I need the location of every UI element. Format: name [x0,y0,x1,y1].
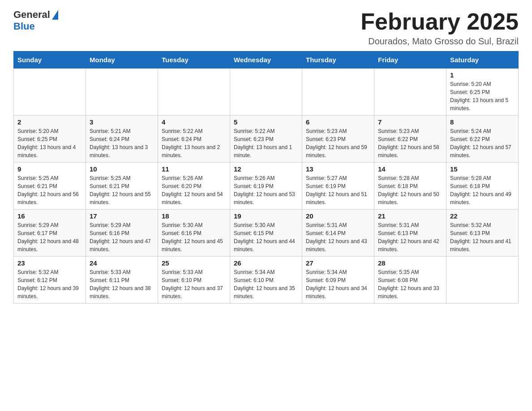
calendar-cell: 20Sunrise: 5:31 AMSunset: 6:14 PMDayligh… [302,210,374,257]
calendar-cell: 6Sunrise: 5:23 AMSunset: 6:23 PMDaylight… [302,116,374,163]
day-info: Sunrise: 5:34 AMSunset: 6:09 PMDaylight:… [306,268,370,300]
calendar-cell: 23Sunrise: 5:32 AMSunset: 6:12 PMDayligh… [14,257,86,304]
day-number: 26 [234,259,298,267]
calendar-cell: 16Sunrise: 5:29 AMSunset: 6:17 PMDayligh… [14,210,86,257]
day-info: Sunrise: 5:21 AMSunset: 6:24 PMDaylight:… [90,127,154,159]
day-info: Sunrise: 5:29 AMSunset: 6:16 PMDaylight:… [90,221,154,253]
day-info: Sunrise: 5:26 AMSunset: 6:20 PMDaylight:… [162,174,226,206]
calendar-header-row: SundayMondayTuesdayWednesdayThursdayFrid… [14,51,519,68]
calendar-week-row: 9Sunrise: 5:25 AMSunset: 6:21 PMDaylight… [14,163,519,210]
calendar-week-row: 23Sunrise: 5:32 AMSunset: 6:12 PMDayligh… [14,257,519,304]
day-number: 22 [450,212,515,220]
day-info: Sunrise: 5:22 AMSunset: 6:23 PMDaylight:… [234,127,298,159]
day-info: Sunrise: 5:23 AMSunset: 6:22 PMDaylight:… [378,127,442,159]
day-number: 23 [17,259,82,267]
subtitle: Dourados, Mato Grosso do Sul, Brazil [360,36,519,47]
day-info: Sunrise: 5:26 AMSunset: 6:19 PMDaylight:… [234,174,298,206]
day-number: 27 [306,259,370,267]
day-info: Sunrise: 5:32 AMSunset: 6:13 PMDaylight:… [450,221,515,253]
day-number: 5 [234,118,298,126]
day-info: Sunrise: 5:31 AMSunset: 6:14 PMDaylight:… [306,221,370,253]
calendar-cell: 13Sunrise: 5:27 AMSunset: 6:19 PMDayligh… [302,163,374,210]
day-info: Sunrise: 5:20 AMSunset: 6:25 PMDaylight:… [450,80,515,112]
calendar-cell: 17Sunrise: 5:29 AMSunset: 6:16 PMDayligh… [86,210,158,257]
calendar-cell [374,68,446,116]
page-header: General Blue February 2025 Dourados, Mat… [13,9,519,47]
day-number: 19 [234,212,298,220]
day-info: Sunrise: 5:27 AMSunset: 6:19 PMDaylight:… [306,174,370,206]
calendar-week-row: 1Sunrise: 5:20 AMSunset: 6:25 PMDaylight… [14,68,519,116]
calendar-cell: 27Sunrise: 5:34 AMSunset: 6:09 PMDayligh… [302,257,374,304]
day-number: 4 [162,118,226,126]
main-title: February 2025 [360,9,519,34]
day-number: 14 [378,165,442,173]
day-info: Sunrise: 5:24 AMSunset: 6:22 PMDaylight:… [450,127,515,159]
calendar-cell: 1Sunrise: 5:20 AMSunset: 6:25 PMDaylight… [446,68,519,116]
day-number: 17 [90,212,154,220]
day-info: Sunrise: 5:22 AMSunset: 6:24 PMDaylight:… [162,127,226,159]
day-number: 25 [162,259,226,267]
day-number: 18 [162,212,226,220]
title-area: February 2025 Dourados, Mato Grosso do S… [360,9,519,47]
calendar-cell [14,68,86,116]
day-number: 1 [450,71,515,79]
day-info: Sunrise: 5:31 AMSunset: 6:13 PMDaylight:… [378,221,442,253]
calendar-cell: 24Sunrise: 5:33 AMSunset: 6:11 PMDayligh… [86,257,158,304]
day-info: Sunrise: 5:28 AMSunset: 6:18 PMDaylight:… [450,174,515,206]
day-info: Sunrise: 5:35 AMSunset: 6:08 PMDaylight:… [378,268,442,300]
day-number: 11 [162,165,226,173]
calendar-table: SundayMondayTuesdayWednesdayThursdayFrid… [13,51,519,304]
day-of-week-header: Monday [86,51,158,68]
day-number: 13 [306,165,370,173]
day-info: Sunrise: 5:32 AMSunset: 6:12 PMDaylight:… [17,268,82,300]
calendar-week-row: 16Sunrise: 5:29 AMSunset: 6:17 PMDayligh… [14,210,519,257]
day-info: Sunrise: 5:29 AMSunset: 6:17 PMDaylight:… [17,221,82,253]
calendar-cell: 25Sunrise: 5:33 AMSunset: 6:10 PMDayligh… [158,257,230,304]
day-number: 12 [234,165,298,173]
calendar-cell: 22Sunrise: 5:32 AMSunset: 6:13 PMDayligh… [446,210,519,257]
logo-triangle-icon [52,10,58,20]
calendar-cell [158,68,230,116]
calendar-cell: 2Sunrise: 5:20 AMSunset: 6:25 PMDaylight… [14,116,86,163]
day-number: 8 [450,118,515,126]
logo-blue-text: Blue [13,21,35,32]
day-info: Sunrise: 5:25 AMSunset: 6:21 PMDaylight:… [90,174,154,206]
day-number: 10 [90,165,154,173]
logo-general-text: General [13,9,50,21]
day-info: Sunrise: 5:34 AMSunset: 6:10 PMDaylight:… [234,268,298,300]
calendar-cell: 21Sunrise: 5:31 AMSunset: 6:13 PMDayligh… [374,210,446,257]
calendar-cell [230,68,302,116]
day-info: Sunrise: 5:33 AMSunset: 6:11 PMDaylight:… [90,268,154,300]
day-info: Sunrise: 5:23 AMSunset: 6:23 PMDaylight:… [306,127,370,159]
day-of-week-header: Friday [374,51,446,68]
day-number: 21 [378,212,442,220]
day-of-week-header: Sunday [14,51,86,68]
day-number: 16 [17,212,82,220]
calendar-cell: 3Sunrise: 5:21 AMSunset: 6:24 PMDaylight… [86,116,158,163]
calendar-cell: 5Sunrise: 5:22 AMSunset: 6:23 PMDaylight… [230,116,302,163]
day-number: 3 [90,118,154,126]
day-number: 6 [306,118,370,126]
day-number: 7 [378,118,442,126]
calendar-cell: 15Sunrise: 5:28 AMSunset: 6:18 PMDayligh… [446,163,519,210]
day-info: Sunrise: 5:33 AMSunset: 6:10 PMDaylight:… [162,268,226,300]
calendar-cell: 19Sunrise: 5:30 AMSunset: 6:15 PMDayligh… [230,210,302,257]
calendar-cell: 28Sunrise: 5:35 AMSunset: 6:08 PMDayligh… [374,257,446,304]
calendar-cell: 10Sunrise: 5:25 AMSunset: 6:21 PMDayligh… [86,163,158,210]
day-of-week-header: Tuesday [158,51,230,68]
calendar-cell: 26Sunrise: 5:34 AMSunset: 6:10 PMDayligh… [230,257,302,304]
day-number: 28 [378,259,442,267]
day-of-week-header: Saturday [446,51,519,68]
logo: General Blue [13,9,58,32]
day-of-week-header: Thursday [302,51,374,68]
calendar-cell: 4Sunrise: 5:22 AMSunset: 6:24 PMDaylight… [158,116,230,163]
calendar-cell: 9Sunrise: 5:25 AMSunset: 6:21 PMDaylight… [14,163,86,210]
day-info: Sunrise: 5:30 AMSunset: 6:16 PMDaylight:… [162,221,226,253]
calendar-cell: 12Sunrise: 5:26 AMSunset: 6:19 PMDayligh… [230,163,302,210]
calendar-cell [86,68,158,116]
day-number: 15 [450,165,515,173]
day-info: Sunrise: 5:20 AMSunset: 6:25 PMDaylight:… [17,127,82,159]
day-number: 2 [17,118,82,126]
calendar-week-row: 2Sunrise: 5:20 AMSunset: 6:25 PMDaylight… [14,116,519,163]
day-number: 24 [90,259,154,267]
